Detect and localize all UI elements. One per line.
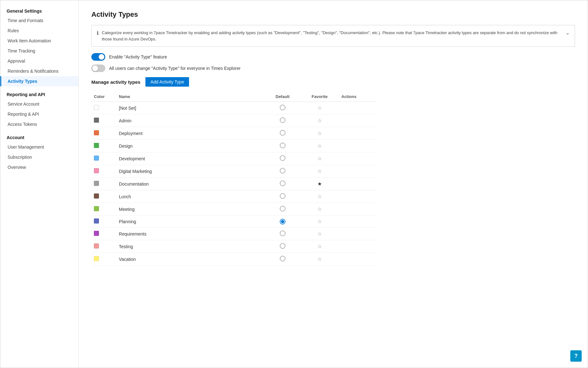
- sidebar-item-service-account[interactable]: Service Account: [0, 99, 78, 109]
- help-button[interactable]: ?: [570, 350, 582, 362]
- color-swatch: [94, 218, 99, 224]
- table-row: Design☆: [91, 140, 376, 152]
- name-cell: Vacation: [116, 253, 265, 266]
- default-cell[interactable]: [265, 178, 302, 190]
- default-radio[interactable]: [280, 219, 285, 224]
- sidebar-item-user-management[interactable]: User Management: [0, 142, 78, 152]
- star-empty-icon[interactable]: ☆: [317, 118, 322, 124]
- default-cell[interactable]: [265, 240, 302, 253]
- star-filled-icon[interactable]: ★: [317, 181, 322, 187]
- table-row: Lunch☆: [91, 190, 376, 203]
- default-cell[interactable]: [265, 127, 302, 140]
- default-cell[interactable]: [265, 152, 302, 165]
- color-swatch: [94, 193, 99, 199]
- sidebar-item-activity-types[interactable]: Activity Types: [0, 76, 78, 86]
- color-swatch: [94, 206, 99, 211]
- default-radio[interactable]: [280, 181, 285, 186]
- default-radio[interactable]: [280, 193, 285, 199]
- color-cell[interactable]: [91, 190, 116, 203]
- sidebar-item-approval[interactable]: Approval: [0, 56, 78, 66]
- default-radio[interactable]: [280, 130, 285, 136]
- toggle-allusers-switch[interactable]: [91, 64, 105, 72]
- favorite-cell[interactable]: ☆: [302, 240, 339, 253]
- color-cell[interactable]: [91, 165, 116, 178]
- favorite-cell[interactable]: ☆: [302, 114, 339, 127]
- default-cell[interactable]: [265, 114, 302, 127]
- add-activity-type-button[interactable]: Add Activity Type: [145, 77, 189, 87]
- table-row: Requirements☆: [91, 228, 376, 240]
- sidebar-item-work-item-automation[interactable]: Work Item Automation: [0, 36, 78, 46]
- color-cell[interactable]: [91, 140, 116, 152]
- actions-cell: [339, 178, 376, 190]
- table-row: Documentation★: [91, 178, 376, 190]
- favorite-cell[interactable]: ★: [302, 178, 339, 190]
- default-radio[interactable]: [280, 230, 285, 236]
- manage-header: Manage activity types Add Activity Type: [91, 77, 575, 87]
- color-cell[interactable]: [91, 114, 116, 127]
- color-cell[interactable]: [91, 127, 116, 140]
- favorite-cell[interactable]: ☆: [302, 253, 339, 266]
- default-cell[interactable]: [265, 165, 302, 178]
- star-empty-icon[interactable]: ☆: [317, 130, 322, 136]
- default-radio[interactable]: [280, 168, 285, 174]
- favorite-cell[interactable]: ☆: [302, 127, 339, 140]
- default-cell[interactable]: [265, 228, 302, 240]
- default-radio[interactable]: [280, 243, 285, 249]
- favorite-cell[interactable]: ☆: [302, 152, 339, 165]
- default-radio[interactable]: [280, 117, 285, 123]
- default-cell[interactable]: [265, 253, 302, 266]
- table-row: Admin☆: [91, 114, 376, 127]
- favorite-cell[interactable]: ☆: [302, 102, 339, 114]
- default-radio[interactable]: [280, 206, 285, 212]
- star-empty-icon[interactable]: ☆: [317, 218, 322, 224]
- default-cell[interactable]: [265, 190, 302, 203]
- star-empty-icon[interactable]: ☆: [317, 168, 322, 174]
- default-radio[interactable]: [280, 256, 285, 261]
- favorite-cell[interactable]: ☆: [302, 203, 339, 216]
- actions-cell: [339, 102, 376, 114]
- favorite-cell[interactable]: ☆: [302, 190, 339, 203]
- star-empty-icon[interactable]: ☆: [317, 143, 322, 149]
- toggle-enable-switch[interactable]: [91, 53, 105, 61]
- default-radio[interactable]: [280, 155, 285, 161]
- star-empty-icon[interactable]: ☆: [317, 256, 322, 262]
- color-swatch: [94, 130, 99, 135]
- star-empty-icon[interactable]: ☆: [317, 105, 322, 111]
- color-cell[interactable]: [91, 240, 116, 253]
- star-empty-icon[interactable]: ☆: [317, 231, 322, 237]
- sidebar-item-overview[interactable]: Overview: [0, 162, 78, 172]
- favorite-cell[interactable]: ☆: [302, 228, 339, 240]
- sidebar-item-rules[interactable]: Rules: [0, 26, 78, 36]
- toggle-allusers-thumb: [92, 65, 98, 71]
- name-cell: Design: [116, 140, 265, 152]
- default-cell[interactable]: [265, 203, 302, 216]
- color-cell[interactable]: [91, 216, 116, 228]
- sidebar-item-access-tokens[interactable]: Access Tokens: [0, 119, 78, 129]
- sidebar-item-reporting-api[interactable]: Reporting & API: [0, 109, 78, 119]
- sidebar-item-time-and-formats[interactable]: Time and Formats: [0, 15, 78, 26]
- color-cell[interactable]: [91, 253, 116, 266]
- default-cell[interactable]: [265, 140, 302, 152]
- color-cell[interactable]: [91, 152, 116, 165]
- default-radio[interactable]: [280, 143, 285, 148]
- sidebar-item-time-tracking[interactable]: Time Tracking: [0, 46, 78, 56]
- default-cell[interactable]: [265, 102, 302, 114]
- favorite-cell[interactable]: ☆: [302, 165, 339, 178]
- default-cell[interactable]: [265, 216, 302, 228]
- star-empty-icon[interactable]: ☆: [317, 243, 322, 249]
- favorite-cell[interactable]: ☆: [302, 140, 339, 152]
- table-row: Meeting☆: [91, 203, 376, 216]
- favorite-cell[interactable]: ☆: [302, 216, 339, 228]
- color-cell[interactable]: [91, 178, 116, 190]
- sidebar-item-subscription[interactable]: Subscription: [0, 152, 78, 162]
- star-empty-icon[interactable]: ☆: [317, 156, 322, 162]
- color-cell[interactable]: [91, 228, 116, 240]
- star-empty-icon[interactable]: ☆: [317, 206, 322, 212]
- actions-cell: [339, 127, 376, 140]
- color-cell[interactable]: [91, 203, 116, 216]
- color-cell[interactable]: [91, 102, 116, 114]
- default-radio[interactable]: [280, 105, 285, 110]
- sidebar-item-reminders-notifications[interactable]: Reminders & Notifications: [0, 66, 78, 76]
- star-empty-icon[interactable]: ☆: [317, 193, 322, 199]
- collapse-icon[interactable]: ⌄: [566, 30, 570, 36]
